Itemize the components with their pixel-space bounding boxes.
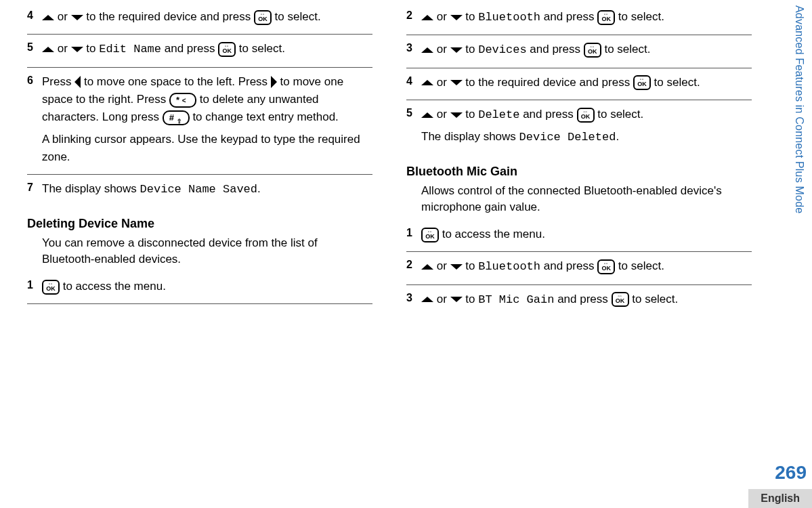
left-column: 4 or to the required device and press ▫▫… [27,3,372,474]
instruction-step: 3 or to Devices and press ▫▫OK to select… [406,35,752,68]
step-number: 4 [406,74,421,91]
ok-key-icon: ▫▫OK [218,42,236,57]
down-arrow-icon [450,80,463,85]
step-body: or to BT Mic Gain and press ▫▫OK to sele… [421,291,752,309]
hash-key-icon: # ⇧ [163,110,190,125]
section-title: Deleting Device Name [27,217,372,231]
down-arrow-icon [450,264,463,270]
text: to [463,108,479,121]
text: to move one space to the left. Press [81,75,271,88]
ok-key-icon: ▫▫OK [577,108,595,123]
text: The display shows [42,182,140,195]
step-body: or to Delete and press ▫▫OK to select.Th… [421,106,752,147]
ok-key-icon: ▫▫OK [421,228,439,242]
text: and press [527,43,584,56]
mono-text: BT Mic Gain [478,293,554,306]
text: to select. [601,43,651,56]
ok-key-icon: ▫▫OK [597,10,615,25]
down-arrow-icon [450,47,463,53]
text: and press [161,42,218,55]
step-number: 5 [27,40,42,58]
mono-text: Bluetooth [478,11,540,24]
section-title: Bluetooth Mic Gain [406,165,752,179]
step-body: ▫▫OK to access the menu. [42,278,372,295]
ok-key-icon: ▫▫OK [612,292,629,307]
instruction-step: 1▫▫OK to access the menu. [27,272,372,304]
mono-text: Device Name Saved [140,183,257,196]
text: or [433,43,450,56]
text: . [257,182,261,195]
text: The display shows [421,130,519,143]
step-number: 6 [27,73,42,167]
text: and press [519,108,576,121]
text: to the required device and press [83,10,254,23]
mono-text: Device Deleted [519,131,616,144]
text: to select. [615,259,664,272]
step-number: 1 [406,226,421,243]
step-number: 4 [27,8,42,26]
page-number: 269 [775,462,807,484]
up-arrow-icon [421,112,433,118]
instruction-step: 4 or to the required device and press ▫▫… [406,68,752,100]
text: to access the menu. [60,280,166,293]
text: or [433,293,450,305]
down-arrow-icon [71,47,83,52]
instruction-step: 4 or to the required device and press ▫▫… [27,3,372,35]
text: Press [42,75,74,88]
up-arrow-icon [421,264,433,270]
text: to select. [595,108,644,121]
step-body: Press to move one space to the left. Pre… [42,73,372,167]
step-body: or to the required device and press ▫▫OK… [421,74,752,91]
instruction-step: 6Press to move one space to the left. Pr… [27,68,372,175]
down-arrow-icon [450,15,463,20]
instruction-step: 3 or to BT Mic Gain and press ▫▫OK to se… [406,285,752,317]
right-arrow-icon [271,76,277,88]
mono-text: Bluetooth [478,260,540,273]
up-arrow-icon [421,47,433,53]
text: or [54,10,71,23]
step-number: 1 [27,278,42,295]
up-arrow-icon [42,15,54,20]
down-arrow-icon [450,112,463,118]
text: or [54,42,71,55]
instruction-step: 1▫▫OK to access the menu. [406,220,752,252]
text: and press [554,293,611,305]
ok-key-icon: ▫▫OK [584,43,601,58]
text: and press [540,259,597,272]
text: to change text entry method. [190,110,339,123]
mono-text: Edit Name [99,43,161,56]
instruction-step: 7The display shows Device Name Saved. [27,175,372,207]
text: and press [540,10,597,23]
instruction-step: 2 or to Bluetooth and press ▫▫OK to sele… [406,252,752,284]
page-content: 4 or to the required device and press ▫▫… [0,0,812,474]
text: A blinking cursor appears. Use the keypa… [42,133,360,163]
step-number: 7 [27,180,42,198]
step-number: 2 [406,8,421,26]
footer-language: English [748,489,812,508]
section-intro: You can remove a disconnected device fro… [42,235,372,268]
step-body: ▫▫OK to access the menu. [421,226,752,243]
step-number: 3 [406,41,421,59]
instruction-step: 5 or to Delete and press ▫▫OK to select.… [406,100,752,155]
down-arrow-icon [71,15,83,20]
text: to select. [651,76,700,89]
right-column: 2 or to Bluetooth and press ▫▫OK to sele… [406,3,752,474]
up-arrow-icon [421,297,433,302]
up-arrow-icon [421,15,433,20]
instruction-step: 2 or to Bluetooth and press ▫▫OK to sele… [406,3,752,35]
ok-key-icon: ▫▫OK [42,280,60,295]
step-number: 5 [406,106,421,147]
text: . [616,130,619,143]
up-arrow-icon [42,47,54,52]
step-body: or to Edit Name and press ▫▫OK to select… [42,40,372,58]
text: to access the menu. [439,228,545,240]
step-body: or to Bluetooth and press ▫▫OK to select… [421,257,752,276]
ok-key-icon: ▫▫OK [597,259,615,274]
text: to [463,259,479,272]
text: or [433,108,450,121]
step-body: or to Bluetooth and press ▫▫OK to select… [421,8,752,26]
text: or [433,259,450,272]
text: to select. [629,293,679,305]
step-body: or to the required device and press ▫▫OK… [42,8,372,26]
text: to select. [272,10,321,23]
